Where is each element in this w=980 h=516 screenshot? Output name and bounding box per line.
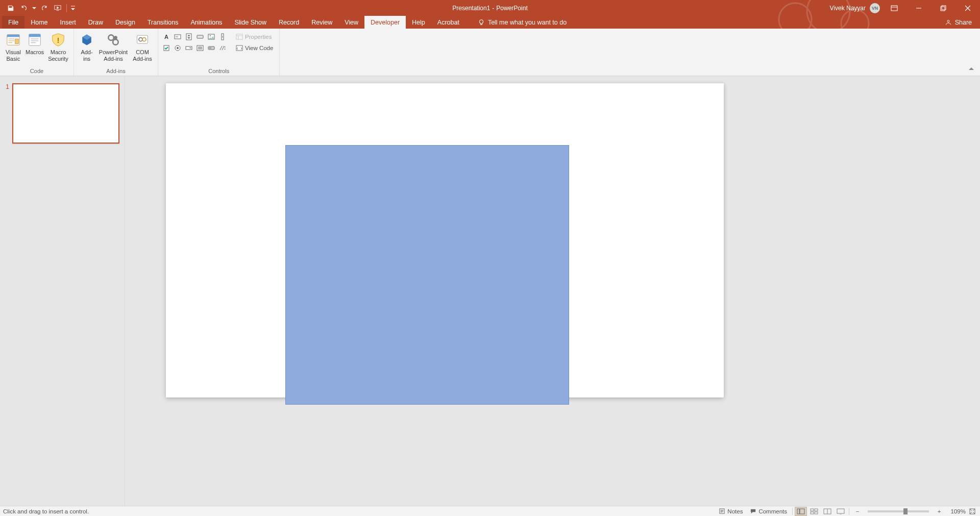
- slide-editor[interactable]: [125, 76, 980, 506]
- share-button[interactable]: Share: [937, 16, 980, 29]
- control-textbox-button[interactable]: [173, 32, 183, 42]
- control-label-button[interactable]: A: [161, 32, 172, 42]
- redo-button[interactable]: [39, 3, 50, 14]
- slideshow-view-button[interactable]: [835, 507, 847, 516]
- status-message: Click and drag to insert a control.: [3, 508, 89, 514]
- save-button[interactable]: [5, 3, 16, 14]
- notes-button[interactable]: Notes: [716, 507, 746, 516]
- control-morecontrols-button[interactable]: [217, 43, 228, 53]
- start-from-beginning-button[interactable]: [52, 3, 63, 14]
- maximize-button[interactable]: [933, 0, 953, 16]
- visual-basic-icon: [5, 32, 21, 48]
- zoom-slider[interactable]: [868, 510, 929, 512]
- control-togglebutton-button[interactable]: [206, 43, 216, 53]
- addins-button[interactable]: Add- ins: [77, 30, 96, 62]
- macro-security-button[interactable]: ! Macro Security: [46, 30, 70, 62]
- control-commandbutton-button[interactable]: [195, 32, 205, 42]
- close-button[interactable]: [958, 0, 978, 16]
- ribbon-display-options-button[interactable]: [884, 0, 904, 16]
- tab-draw[interactable]: Draw: [82, 16, 109, 29]
- control-scrollbar-button[interactable]: [217, 32, 228, 42]
- share-icon: [945, 19, 952, 26]
- tab-home[interactable]: Home: [24, 16, 54, 29]
- control-checkbox-button[interactable]: [161, 43, 172, 53]
- svg-point-4: [947, 20, 949, 22]
- control-combobox-button[interactable]: [184, 43, 194, 53]
- title-separator: -: [492, 5, 494, 12]
- com-addins-label: COM Add-ins: [133, 49, 152, 62]
- com-addins-button[interactable]: COM Add-ins: [130, 30, 155, 62]
- zoom-slider-thumb[interactable]: [903, 508, 908, 514]
- tab-record[interactable]: Record: [273, 16, 305, 29]
- tab-slide-show[interactable]: Slide Show: [228, 16, 273, 29]
- svg-rect-19: [197, 35, 203, 38]
- svg-rect-36: [811, 509, 814, 511]
- macro-security-icon: !: [50, 32, 66, 48]
- tab-transitions[interactable]: Transitions: [141, 16, 185, 29]
- svg-point-11: [108, 35, 114, 40]
- svg-point-21: [210, 35, 211, 36]
- ribbon: Visual Basic Macros ! Macro Security Cod…: [0, 29, 980, 76]
- zoom-percent[interactable]: 109%: [946, 508, 967, 514]
- thumbnail-1[interactable]: 1: [3, 83, 119, 144]
- group-code: Visual Basic Macros ! Macro Security Cod…: [0, 29, 74, 76]
- tell-me-label: Tell me what you want to do: [488, 19, 567, 26]
- ribbon-tabs: File Home Insert Draw Design Transitions…: [0, 16, 980, 29]
- slide-canvas[interactable]: [166, 83, 724, 397]
- tab-view[interactable]: View: [338, 16, 364, 29]
- minimize-button[interactable]: [909, 0, 929, 16]
- svg-rect-6: [7, 35, 19, 37]
- document-name: Presentation1: [452, 5, 490, 12]
- tab-insert[interactable]: Insert: [54, 16, 82, 29]
- controls-palette: A: [161, 30, 228, 53]
- slide-sorter-view-button[interactable]: [808, 507, 820, 516]
- work-area: 1: [0, 76, 980, 506]
- macros-button[interactable]: Macros: [24, 30, 45, 56]
- svg-rect-38: [811, 512, 814, 514]
- zoom-in-button[interactable]: +: [933, 507, 945, 516]
- group-addins-label: Add-ins: [106, 67, 125, 76]
- tab-review[interactable]: Review: [305, 16, 338, 29]
- svg-rect-9: [29, 34, 41, 37]
- zoom-out-button[interactable]: −: [851, 507, 864, 516]
- activex-control-placeholder[interactable]: [285, 145, 569, 405]
- notes-icon: [719, 508, 725, 514]
- tab-acrobat[interactable]: Acrobat: [431, 16, 465, 29]
- comments-button[interactable]: Comments: [747, 507, 790, 516]
- control-listbox-button[interactable]: [195, 43, 205, 53]
- avatar[interactable]: VN: [870, 3, 880, 13]
- collapse-ribbon-button[interactable]: [967, 64, 976, 74]
- tab-developer[interactable]: Developer: [364, 16, 406, 29]
- slide-thumbnails-pane[interactable]: 1: [0, 76, 125, 506]
- customize-qat-button[interactable]: [70, 3, 76, 14]
- macros-label: Macros: [26, 49, 44, 56]
- normal-view-button[interactable]: [795, 507, 807, 516]
- thumbnail-preview[interactable]: [12, 83, 119, 144]
- window-title: Presentation1 - PowerPoint: [452, 5, 527, 12]
- tab-help[interactable]: Help: [406, 16, 431, 29]
- control-optionbutton-button[interactable]: [173, 43, 183, 53]
- user-name[interactable]: Vivek Nayyar: [830, 5, 866, 12]
- visual-basic-button[interactable]: Visual Basic: [3, 30, 23, 62]
- svg-rect-27: [186, 46, 192, 50]
- svg-rect-23: [222, 36, 224, 38]
- tell-me-search[interactable]: Tell me what you want to do: [472, 16, 573, 29]
- control-image-button[interactable]: [206, 32, 216, 42]
- tab-design[interactable]: Design: [109, 16, 141, 29]
- powerpoint-addins-button[interactable]: PowerPoint Add-ins: [97, 30, 129, 62]
- group-addins: Add- ins PowerPoint Add-ins COM Add-ins …: [74, 29, 158, 76]
- tab-file[interactable]: File: [2, 16, 24, 29]
- svg-rect-18: [186, 34, 191, 40]
- fit-to-window-button[interactable]: [968, 507, 977, 516]
- view-code-button[interactable]: View Code: [233, 43, 276, 53]
- quick-access-toolbar: [0, 3, 76, 14]
- tab-animations[interactable]: Animations: [185, 16, 229, 29]
- undo-button[interactable]: [18, 3, 30, 14]
- macros-icon: [27, 32, 43, 48]
- reading-view-button[interactable]: [821, 507, 834, 516]
- svg-rect-37: [815, 509, 818, 511]
- undo-more-button[interactable]: [32, 3, 37, 14]
- svg-rect-31: [236, 34, 242, 39]
- properties-icon: [236, 33, 243, 40]
- control-spinbutton-button[interactable]: [184, 32, 194, 42]
